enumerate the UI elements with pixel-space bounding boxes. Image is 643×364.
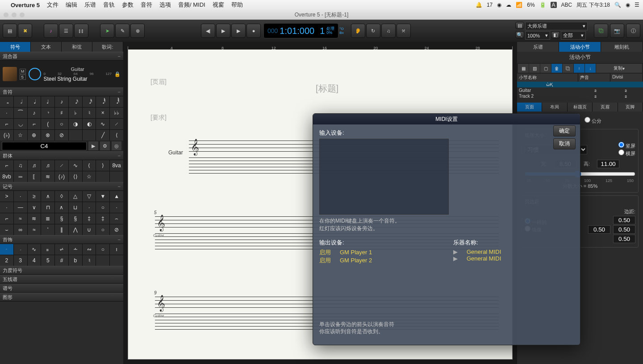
score-header[interactable]: [页眉] [150,78,167,86]
tool-x-button[interactable]: ✖ [18,24,32,38]
menu-notes[interactable]: 音符 [141,1,152,9]
mixer-header[interactable]: 混合器− [0,52,123,61]
score-req[interactable]: [要求] [150,114,167,122]
table-row[interactable]: Track 2ƨƨ [517,93,643,99]
app-name[interactable]: Overture 5 [11,2,40,8]
wifi-icon[interactable]: 📶 [516,2,522,8]
loop-button[interactable]: ↻ [366,24,380,38]
clock[interactable]: 周五 下午3:18 [576,1,610,9]
note-input[interactable] [2,142,87,150]
left-tab-symbols[interactable]: 符号 [0,42,31,52]
dynamics-header[interactable]: 力度符号 [0,266,123,275]
groups-header[interactable]: 群体− [0,151,123,160]
margin-bottom-input[interactable] [613,235,635,243]
score-mode-icon[interactable]: ▤ [515,22,524,29]
battery-icon[interactable]: 🔋 [539,2,546,8]
rbtn-3[interactable]: ▢ [540,64,551,73]
status-icon-1[interactable]: ◉ [497,2,501,8]
rbtn-1[interactable]: ▦ [518,64,529,73]
radio-landscape[interactable]: 横屏 [618,149,635,157]
output-device-row[interactable]: 启用GM Player 1 [319,248,440,256]
list-button[interactable]: ☰ [59,24,73,38]
play-icon[interactable]: ▶ [453,248,458,255]
play-note-button[interactable]: ▶ [88,141,98,150]
play-button[interactable]: ▶ [216,24,230,38]
menu-help[interactable]: 帮助 [231,1,243,9]
solo-button[interactable]: S [20,74,26,80]
mixer-button[interactable]: ⫿⫿ [74,24,88,38]
record-button[interactable]: ● [246,24,261,38]
metronome-button[interactable]: 👂 [351,24,365,38]
traffic-lights[interactable] [4,12,25,17]
siri-icon[interactable]: ◉ [626,2,630,8]
right-tab-score[interactable]: 乐谱 [517,42,559,52]
notes-header[interactable]: 音符− [0,87,123,96]
mute-button[interactable]: M [20,69,26,74]
copy-button[interactable]: 复制 ▾ [596,64,642,73]
rbtn-up[interactable]: ↑ [574,64,585,73]
radio-portrait[interactable]: 竖屏 [618,142,635,149]
height-input[interactable] [597,160,619,168]
score-canvas[interactable]: 481216202428 [页眉] [标题] [要求] Guitar 𝄞 5 𝄞… [123,42,517,364]
play2-button[interactable]: ▶ [231,24,246,38]
pointer-tool-button[interactable]: ➤ [100,24,114,38]
menu-window[interactable]: 视窗 [213,1,224,9]
note-cell[interactable]: 𝅝 [0,96,13,107]
ornaments-header[interactable]: 首饰− [0,235,123,244]
rbtn-5[interactable]: ⿻ [563,64,573,73]
table-row-selected[interactable]: ὼҚ [517,82,643,87]
marks-header[interactable]: 记号− [0,182,123,191]
rbtn-2[interactable]: ▧ [529,64,540,73]
pencil-tool-button[interactable]: ✎ [115,24,129,38]
score-title[interactable]: [标题] [316,83,338,95]
margin-right-input[interactable] [613,225,635,234]
subtab-titlepage[interactable]: 标题页 [568,103,593,112]
erase-tool-button[interactable]: ⊗ [130,24,145,38]
zoom-select[interactable]: 100%▾ [525,31,550,40]
subtab-footer[interactable]: 页脚 [618,103,643,112]
staff-header[interactable]: 五线谱 [0,275,123,284]
instrument-row[interactable]: ▶General MIDI [453,248,574,255]
pan-dial[interactable] [29,68,41,80]
rbtn-delete[interactable]: 🗑 [551,64,562,73]
input-device-list[interactable] [319,139,449,215]
radio-cm[interactable]: 公分 [585,117,601,124]
menu-score[interactable]: 乐谱 [84,1,96,9]
camera-button[interactable]: 📷 [610,24,624,38]
score-select[interactable]: 大师乐谱▾ [525,22,588,30]
menu-params[interactable]: 参数 [122,1,134,9]
all-select[interactable]: 全部▾ [561,31,586,40]
trill-cell[interactable]: 𝆣 [0,244,13,255]
status-icon-2[interactable]: ☁ [506,2,511,8]
zoom-icon[interactable]: 🔍 [515,31,524,38]
play-icon[interactable]: ▶ [453,255,458,262]
subtab-layout[interactable]: 布局 [542,103,567,112]
right-tab-active-bar[interactable]: 活动小节 [559,42,601,52]
sound-button[interactable]: ♫ [381,24,396,38]
shapes-header[interactable]: 图形 [0,293,123,302]
info-button[interactable]: ⓘ [626,24,640,38]
gear-button[interactable]: ⚙ [100,141,110,150]
margin-top-input[interactable] [613,216,635,224]
menu-edit[interactable]: 编辑 [66,1,77,9]
left-tab-text[interactable]: 文本 [31,42,62,52]
bell-icon[interactable]: 🔔 [476,2,482,8]
menu-track[interactable]: 音轨 [103,1,115,9]
all-icon[interactable]: ◧ [551,31,560,38]
rbtn-down[interactable]: ↓ [585,64,596,73]
search-icon[interactable]: 🔍 [614,2,621,8]
menu-file[interactable]: 文件 [47,1,58,9]
rewind-button[interactable]: ◀| [201,24,215,38]
variation-button[interactable]: ⤱ [397,24,411,38]
note-button[interactable]: ♪ [44,24,58,38]
menu-options[interactable]: 选项 [159,1,171,9]
menu-audio-midi[interactable]: 音频/ MIDI [178,1,205,9]
instrument-row[interactable]: ▶General MIDI [453,255,574,262]
output-device-row[interactable]: 启用GM Player 2 [319,256,440,265]
panel-toggle-left-button[interactable]: ▤ [3,24,17,38]
target-button[interactable]: ◎ [112,141,121,150]
menu-icon[interactable]: ☰ [635,2,639,8]
right-tab-engraver[interactable]: 雕刻机 [601,42,643,52]
left-tab-chords[interactable]: 和弦 [62,42,92,52]
ok-button[interactable]: 确定 [553,125,576,136]
